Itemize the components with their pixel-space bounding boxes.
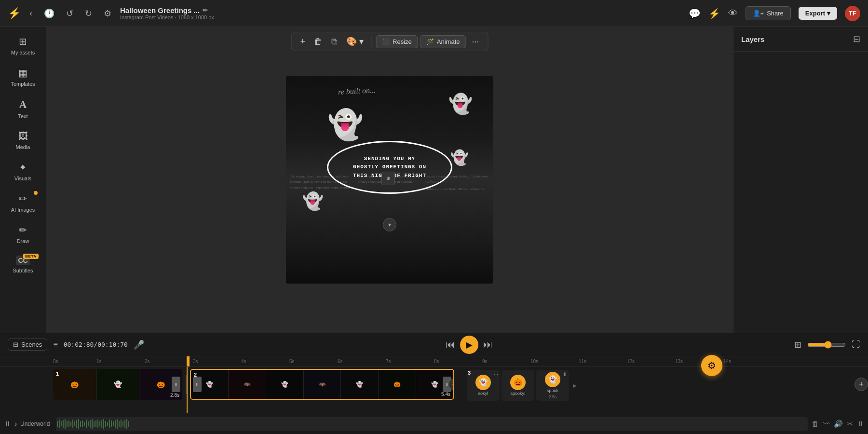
more-options-button[interactable]: ··· — [468, 35, 483, 49]
resize-label: Resize — [393, 38, 412, 45]
time-total: 00:10:70 — [97, 341, 128, 348]
ai-images-icon: ✏ — [19, 193, 27, 204]
sidebar-item-my-assets[interactable]: ⊞ My assets — [4, 31, 42, 60]
scene-2-trim-left[interactable]: ⏸ — [193, 377, 202, 392]
sidebar-item-templates[interactable]: ▦ Templates — [4, 62, 42, 92]
ruler-12s: 12s — [627, 359, 635, 364]
resize-button[interactable]: ⬛ Resize — [376, 35, 418, 48]
ruler-5s: 5s — [289, 359, 295, 364]
animate-button[interactable]: 🪄 Animate — [420, 35, 466, 48]
track-label-scenes — [0, 367, 53, 402]
scene-1-number: 1 — [56, 371, 59, 377]
layers-title: Layers — [741, 35, 764, 43]
ruler-10s: 10s — [530, 359, 538, 364]
fill-element-button[interactable]: 🎨 ▾ — [342, 34, 367, 49]
list-view-button[interactable]: ≡ — [53, 340, 57, 349]
scene-1-trim-right[interactable]: ⏸ — [172, 377, 180, 392]
audio-volume-button[interactable]: 🔊 — [834, 420, 843, 428]
header-right: 💬 ⚡ 👁 👤+ Share Export ▾ TF — [689, 6, 860, 21]
audio-delete-button[interactable]: 🗑 — [812, 420, 819, 428]
canvas-toolbar: + 🗑 ⧉ 🎨 ▾ ⬛ Resize 🪄 Animate ··· — [291, 32, 488, 51]
canvas-frame[interactable]: The original Ama... has been out, still … — [286, 76, 493, 284]
history-button[interactable]: 🕐 — [41, 6, 57, 21]
ghost-4: 👻 — [302, 191, 324, 211]
redo-button[interactable]: ↻ — [82, 6, 95, 21]
sidebar-item-ai-images[interactable]: ✏ AI Images — [4, 188, 42, 217]
floating-action-button[interactable]: ⚙ — [701, 355, 722, 376]
scene-3-clip-c[interactable]: 👻 spook 2.5s ⏸ — [536, 370, 569, 401]
ruler-marks: 0s 1s 2s 3s 4s 5s 6s 7s 8s 9s 10s 11s 12… — [53, 356, 868, 366]
settings-button[interactable]: ⚙ — [101, 6, 114, 21]
microphone-button[interactable]: 🎤 — [134, 339, 144, 350]
back-button[interactable]: ‹ — [27, 6, 35, 20]
export-label: Export — [805, 10, 825, 17]
fast-forward-button[interactable]: ⏭ — [483, 339, 493, 350]
sidebar-item-draw[interactable]: ✏ Draw — [4, 219, 42, 249]
draw-icon: ✏ — [19, 224, 27, 236]
collapse-timeline-button[interactable]: ▾ — [383, 218, 396, 231]
svg-rect-32 — [119, 421, 120, 427]
audio-waveform-button[interactable]: 〰 — [823, 420, 830, 428]
preview-button[interactable]: 👁 — [728, 8, 738, 19]
fullscreen-button[interactable]: ⛶ — [852, 339, 860, 350]
playhead[interactable] — [187, 356, 190, 366]
scene-3-area: 3 👻 sokyf ··· 🎃 spooky! 👻 — [467, 368, 579, 401]
svg-rect-33 — [121, 420, 122, 428]
sidebar-item-subtitles[interactable]: BETA CC Subtitles — [4, 251, 42, 278]
sidebar-item-visuals[interactable]: ✦ Visuals — [4, 157, 42, 186]
scene-3a-more[interactable]: ··· — [494, 371, 498, 377]
svg-rect-2 — [61, 421, 62, 426]
audio-track-name: Underworld — [20, 420, 50, 427]
toolbar-divider — [371, 36, 372, 47]
sidebar-item-media[interactable]: 🖼 Media — [4, 126, 42, 155]
scene-3-icon-c: 👻 — [545, 372, 560, 387]
time-display: 00:02:80/00:10:70 — [64, 341, 128, 348]
scenes-button[interactable]: ⊟ Scenes — [8, 339, 47, 351]
duplicate-element-button[interactable]: ⧉ — [327, 35, 341, 49]
share-button[interactable]: 👤+ Share — [746, 6, 791, 20]
export-button[interactable]: Export ▾ — [799, 7, 837, 20]
svg-rect-3 — [63, 420, 64, 428]
audio-waveform[interactable] — [56, 417, 808, 431]
audio-pause-button[interactable]: ⏸ — [4, 420, 11, 428]
svg-rect-37 — [128, 421, 129, 427]
svg-rect-20 — [95, 420, 96, 427]
add-scene-button[interactable]: + — [854, 378, 868, 391]
resize-icon: ⬛ — [382, 38, 390, 45]
play-button[interactable]: ▶ — [460, 336, 478, 354]
delete-element-button[interactable]: 🗑 — [310, 35, 326, 49]
lightning-button[interactable]: ⚡ — [708, 8, 720, 19]
scene-clip-1[interactable]: 🎃 👻 🎃 1 2.8s ⏸ — [53, 369, 182, 400]
main-layout: ⊞ My assets ▦ Templates A Text 🖼 Media ✦… — [0, 27, 868, 333]
app-logo[interactable]: ⚡ — [8, 7, 21, 20]
scene-3-clip-a[interactable]: 👻 sokyf ··· — [467, 370, 500, 401]
sidebar-item-text[interactable]: A Text — [4, 94, 42, 124]
scene-3c-more[interactable]: ⏸ — [562, 371, 568, 377]
animate-icon: 🪄 — [426, 38, 434, 45]
svg-rect-29 — [113, 421, 114, 426]
svg-rect-22 — [99, 421, 100, 426]
edit-title-icon[interactable]: ✏ — [203, 7, 208, 14]
svg-rect-35 — [124, 420, 125, 428]
visuals-label: Visuals — [14, 176, 31, 181]
message-oval[interactable]: SENDING YOU MYGHOSTLY GREETINGS ONTHIS N… — [327, 141, 452, 194]
avatar[interactable]: TF — [845, 6, 860, 21]
comments-button[interactable]: 💬 — [689, 8, 701, 19]
scene-clip-2[interactable]: 👻 🦇 👻 🦇 👻 🎃 👻 2 5.4s ⏸ ⏸ + — [190, 369, 454, 400]
grid-view-button[interactable]: ⊞ — [794, 339, 801, 350]
audio-note-icon: ♪ — [14, 420, 17, 428]
add-element-button[interactable]: + — [297, 35, 310, 49]
audio-pause2-button[interactable]: ⏸ — [857, 420, 864, 428]
svg-rect-16 — [88, 421, 89, 426]
rewind-button[interactable]: ⏮ — [446, 339, 455, 350]
scene-3-duration: 2.5s — [548, 394, 556, 399]
zoom-control — [807, 341, 846, 349]
zoom-slider[interactable] — [807, 341, 846, 349]
audio-scissors-button[interactable]: ✂ — [847, 420, 853, 428]
undo-button[interactable]: ↺ — [63, 6, 76, 21]
header-left: ⚡ ‹ 🕐 ↺ ↻ ⚙ Halloween Greetings ... ✏ In… — [8, 6, 214, 21]
beta-badge: BETA — [23, 254, 38, 259]
canvas-wrapper: The original Ama... has been out, still … — [46, 27, 733, 333]
scene-3-clip-b[interactable]: 🎃 spooky! — [502, 370, 534, 401]
svg-rect-25 — [105, 421, 106, 427]
